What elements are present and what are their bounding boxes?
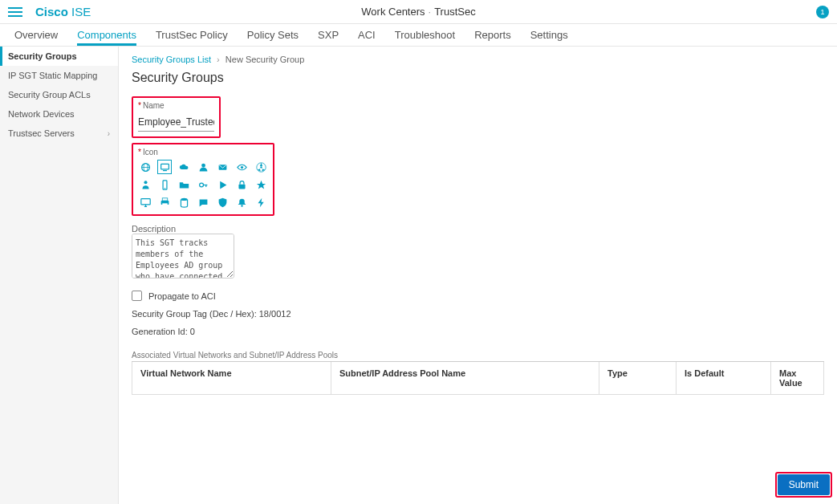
radiation-icon[interactable]: [254, 160, 268, 174]
tab-troubleshoot[interactable]: Troubleshoot: [395, 29, 455, 46]
tab-aci[interactable]: ACI: [358, 29, 376, 46]
tab-overview[interactable]: Overview: [14, 29, 58, 46]
shield-icon[interactable]: [215, 195, 230, 209]
brand-logo: Cisco ISE: [35, 5, 91, 18]
database-icon[interactable]: [177, 195, 191, 209]
description-input[interactable]: [132, 234, 234, 278]
chat-icon[interactable]: [196, 195, 210, 209]
svg-point-23: [181, 197, 187, 200]
lock-icon[interactable]: [234, 177, 249, 192]
svg-rect-16: [238, 184, 245, 189]
col-type: Type: [599, 362, 677, 394]
svg-rect-22: [162, 203, 168, 206]
svg-point-13: [199, 183, 203, 187]
svg-point-24: [241, 205, 242, 206]
propagate-to-aci-label: Propagate to ACI: [148, 291, 216, 301]
icon-label: *Icon: [138, 148, 268, 160]
tab-settings[interactable]: Settings: [530, 29, 568, 46]
play-icon[interactable]: [215, 177, 230, 192]
desktop-icon[interactable]: [138, 195, 152, 209]
tab-reports[interactable]: Reports: [474, 29, 511, 46]
bell-icon[interactable]: [234, 195, 249, 209]
sidebar-item-ip-sgt[interactable]: IP SGT Static Mapping: [0, 66, 118, 85]
page-title: Security Groups: [132, 71, 824, 85]
breadcrumb-here: New Security Group: [226, 55, 304, 64]
svg-rect-20: [162, 197, 168, 200]
tab-components[interactable]: Components: [77, 29, 136, 46]
svg-point-5: [201, 163, 205, 167]
person-icon[interactable]: [138, 177, 152, 192]
breadcrumb: Work Centers·TrustSec: [361, 6, 475, 18]
name-input[interactable]: [138, 113, 214, 132]
col-virtual-network-name: Virtual Network Name: [132, 362, 331, 394]
col-is-default: Is Default: [677, 362, 771, 394]
svg-rect-3: [160, 164, 169, 169]
associated-networks-title: Associated Virtual Networks and Subnet/I…: [132, 351, 824, 362]
svg-point-10: [144, 181, 147, 184]
sidebar-item-security-groups[interactable]: Security Groups: [0, 47, 118, 66]
sidebar: Security Groups IP SGT Static Mapping Se…: [0, 47, 119, 504]
col-subnet-pool-name: Subnet/IP Address Pool Name: [331, 362, 599, 394]
hamburger-menu-icon[interactable]: [8, 3, 26, 21]
sidebar-item-trustsec-servers[interactable]: Trustsec Servers ›: [0, 124, 118, 143]
tab-policy-sets[interactable]: Policy Sets: [247, 29, 299, 46]
sidebar-item-sg-acls[interactable]: Security Group ACLs: [0, 85, 118, 104]
monitor-icon[interactable]: [157, 160, 172, 174]
envelope-icon[interactable]: [215, 160, 230, 174]
eye-icon[interactable]: [234, 160, 249, 174]
user-icon[interactable]: [196, 160, 210, 174]
sidebar-item-network-devices[interactable]: Network Devices: [0, 104, 118, 124]
globe-icon[interactable]: [138, 160, 152, 174]
svg-point-9: [260, 166, 262, 168]
sgt-tag-line: Security Group Tag (Dec / Hex): 18/0012: [132, 309, 824, 319]
main-tabs: Overview Components TrustSec Policy Poli…: [0, 24, 837, 47]
svg-point-7: [240, 165, 242, 168]
cloud-icon[interactable]: [177, 160, 191, 174]
tab-trustsec-policy[interactable]: TrustSec Policy: [156, 29, 228, 46]
col-max-value: Max Value: [771, 362, 823, 394]
tab-sxp[interactable]: SXP: [318, 29, 339, 46]
associated-networks-table-header: Virtual Network Name Subnet/IP Address P…: [132, 362, 824, 395]
svg-rect-17: [140, 198, 149, 204]
description-label: Description: [132, 224, 824, 234]
printer-icon[interactable]: [157, 195, 172, 209]
notification-badge[interactable]: 1: [816, 6, 829, 18]
name-label: *Name: [138, 101, 214, 113]
key-icon[interactable]: [196, 177, 210, 192]
icon-grid: [138, 160, 268, 209]
chevron-right-icon: ›: [108, 129, 110, 138]
folder-icon[interactable]: [177, 177, 191, 192]
breadcrumb-path: Security Groups List › New Security Grou…: [132, 55, 824, 64]
breadcrumb-root[interactable]: Security Groups List: [132, 55, 211, 64]
star-icon[interactable]: [254, 177, 268, 192]
propagate-to-aci-checkbox[interactable]: [132, 291, 142, 301]
generation-id-line: Generation Id: 0: [132, 327, 824, 336]
phone-icon[interactable]: [157, 177, 172, 192]
bolt-icon[interactable]: [254, 195, 268, 209]
submit-button[interactable]: Submit: [778, 474, 830, 495]
svg-point-12: [164, 187, 165, 188]
